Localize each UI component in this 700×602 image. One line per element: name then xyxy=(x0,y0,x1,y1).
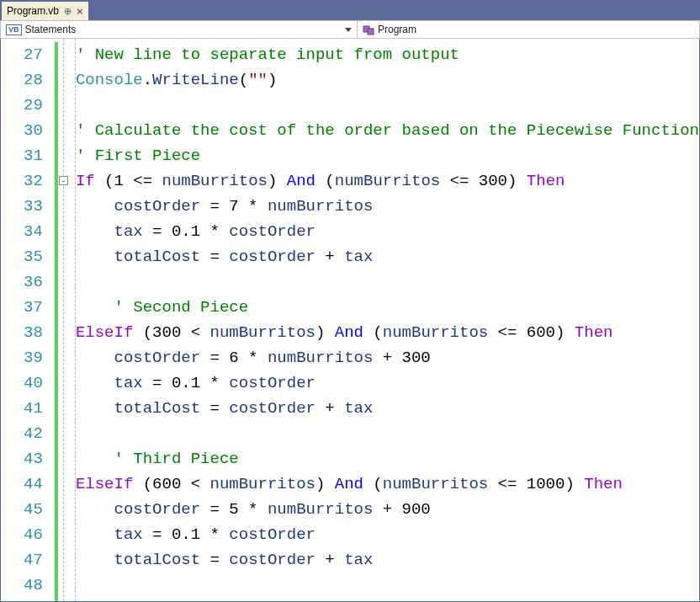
tab-bar: Program.vb ⊕ × xyxy=(0,0,700,20)
line-number-gutter: 2728293031323334353637383940414243444546… xyxy=(1,39,55,601)
line-number: 31 xyxy=(1,143,43,168)
vb-icon: VB xyxy=(6,24,22,35)
line-number: 27 xyxy=(1,42,43,67)
code-line[interactable]: totalCost = costOrder + tax xyxy=(76,244,699,269)
program-icon xyxy=(363,24,374,35)
code-line[interactable]: ElseIf (300 < numBurritos) And (numBurri… xyxy=(76,320,699,345)
line-number: 33 xyxy=(1,194,43,219)
code-line[interactable]: costOrder = 6 * numBurritos + 300 xyxy=(76,345,699,370)
fold-column: - xyxy=(58,39,76,601)
line-number: 28 xyxy=(1,67,43,93)
member-label: Program xyxy=(378,24,416,35)
line-number: 41 xyxy=(1,396,43,421)
line-number: 45 xyxy=(1,497,43,522)
code-line[interactable] xyxy=(76,421,699,446)
line-number: 32 xyxy=(1,168,43,194)
code-line[interactable]: ' Calculate the cost of the order based … xyxy=(76,118,699,143)
code-line[interactable]: ' Third Piece xyxy=(76,446,699,471)
line-number: 37 xyxy=(1,295,43,320)
file-tab[interactable]: Program.vb ⊕ × xyxy=(2,2,88,20)
code-line[interactable]: ' New line to separate input from output xyxy=(76,42,699,67)
code-line[interactable]: costOrder = 7 * numBurritos xyxy=(76,194,699,219)
line-number: 42 xyxy=(1,421,43,446)
fold-guide-line xyxy=(63,39,64,601)
code-line[interactable]: totalCost = costOrder + tax xyxy=(76,396,699,421)
line-number: 43 xyxy=(1,446,43,471)
scope-dropdown[interactable]: VB Statements xyxy=(1,21,358,38)
line-number: 47 xyxy=(1,547,43,573)
code-line[interactable]: tax = 0.1 * costOrder xyxy=(76,219,699,244)
chevron-down-icon xyxy=(345,28,352,32)
line-number: 46 xyxy=(1,522,43,547)
code-line[interactable]: totalCost = costOrder + tax xyxy=(76,547,699,573)
fold-guide-line xyxy=(75,39,76,601)
line-number: 34 xyxy=(1,219,43,244)
code-line[interactable] xyxy=(76,269,699,295)
fold-toggle[interactable]: - xyxy=(59,176,68,185)
close-icon[interactable]: × xyxy=(77,5,83,18)
scope-label: Statements xyxy=(25,24,77,35)
navigation-bar: VB Statements Program xyxy=(0,20,700,39)
line-number: 39 xyxy=(1,345,43,370)
code-line[interactable]: tax = 0.1 * costOrder xyxy=(76,522,699,547)
code-line[interactable]: Console.WriteLine("") xyxy=(76,67,699,93)
code-line[interactable]: ' Second Piece xyxy=(76,295,699,320)
line-number: 36 xyxy=(1,269,43,295)
pin-icon[interactable]: ⊕ xyxy=(64,6,72,17)
tab-title: Program.vb xyxy=(7,5,59,17)
code-line[interactable]: tax = 0.1 * costOrder xyxy=(76,370,699,396)
line-number: 29 xyxy=(1,93,43,118)
line-number: 38 xyxy=(1,320,43,345)
code-line[interactable] xyxy=(76,93,699,118)
code-line[interactable]: If (1 <= numBurritos) And (numBurritos <… xyxy=(76,168,699,194)
code-line[interactable] xyxy=(76,573,699,598)
code-area[interactable]: ' New line to separate input from output… xyxy=(76,39,699,601)
code-line[interactable]: costOrder = 5 * numBurritos + 900 xyxy=(76,497,699,522)
line-number: 48 xyxy=(1,573,43,598)
line-number: 35 xyxy=(1,244,43,269)
member-dropdown[interactable]: Program xyxy=(358,21,699,38)
line-number: 44 xyxy=(1,471,43,497)
code-line[interactable]: ' First Piece xyxy=(76,143,699,168)
svg-rect-1 xyxy=(368,29,374,35)
line-number: 30 xyxy=(1,118,43,143)
code-editor[interactable]: 2728293031323334353637383940414243444546… xyxy=(0,39,700,602)
line-number: 40 xyxy=(1,370,43,396)
code-line[interactable]: ElseIf (600 < numBurritos) And (numBurri… xyxy=(76,471,699,497)
